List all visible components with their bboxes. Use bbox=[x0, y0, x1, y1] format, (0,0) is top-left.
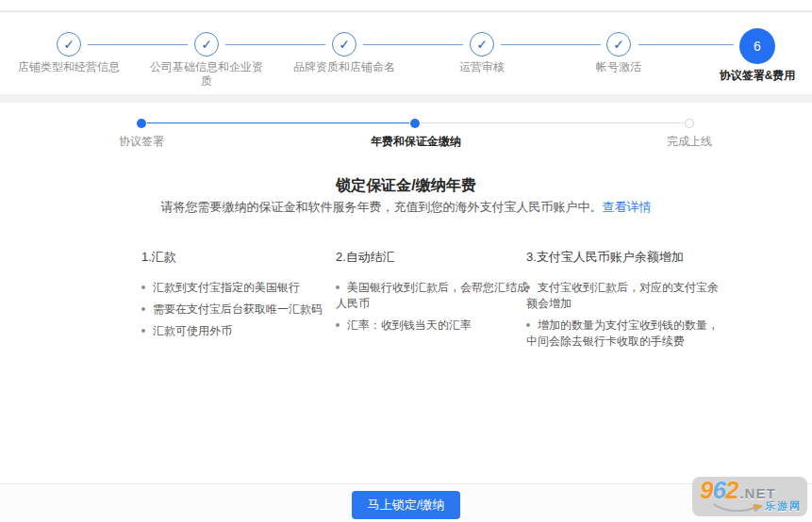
list-item: 汇款可使用外币 bbox=[141, 323, 330, 339]
balance-increase-column: 3.支付宝人民币账户余额增加 支付宝收到汇款后，对应的支付宝余额会增加 增加的数… bbox=[526, 249, 728, 355]
list-item-text: 汇款可使用外币 bbox=[153, 324, 232, 337]
column-heading: 2.自动结汇 bbox=[336, 249, 532, 266]
watermark-digit: 2 bbox=[725, 478, 737, 502]
watermark-digit: 9 bbox=[700, 478, 712, 502]
bullet-dot-icon bbox=[141, 307, 145, 311]
substep-3-label: 完成上线 bbox=[595, 134, 784, 150]
list-item-text: 美国银行收到汇款后，会帮您汇结成人民币 bbox=[336, 281, 528, 310]
step-2-label: 公司基础信息和企业资质 bbox=[148, 60, 265, 89]
list-item: 增加的数量为支付宝收到钱的数量，中间会除去银行卡收取的手续费 bbox=[526, 318, 728, 350]
substep-2-dot[interactable] bbox=[410, 119, 420, 128]
watermark-site-name: 乐游网 bbox=[765, 499, 802, 514]
list-item: 汇款到支付宝指定的美国银行 bbox=[141, 280, 330, 296]
list-item-text: 汇款到支付宝指定的美国银行 bbox=[153, 281, 300, 294]
lock-and-pay-button[interactable]: 马上锁定/缴纳 bbox=[352, 491, 461, 519]
step-connector bbox=[88, 44, 188, 45]
subtitle-text: 请将您需要缴纳的保证金和软件服务年费，充值到您的海外支付宝人民币账户中。 bbox=[161, 200, 603, 214]
step-connector bbox=[501, 44, 601, 45]
check-icon: ✓ bbox=[339, 38, 350, 51]
step-5-circle[interactable]: ✓ bbox=[606, 32, 631, 57]
list-item-text: 需要在支付宝后台获取唯一汇款码 bbox=[153, 302, 323, 316]
page-title: 锁定保证金/缴纳年费 bbox=[0, 176, 812, 196]
column-heading: 3.支付宝人民币账户余额增加 bbox=[526, 249, 728, 266]
list-item: 美国银行收到汇款后，会帮您汇结成人民币 bbox=[336, 280, 532, 312]
bullet-dot-icon bbox=[336, 323, 340, 327]
check-icon: ✓ bbox=[63, 38, 75, 51]
bullet-dot-icon bbox=[526, 285, 530, 289]
step-number: 6 bbox=[754, 39, 761, 54]
step-6-circle-current[interactable]: 6 bbox=[739, 28, 775, 64]
view-details-link[interactable]: 查看详情 bbox=[603, 200, 652, 214]
step-1-label: 店铺类型和经营信息 bbox=[10, 60, 127, 74]
bullet-dot-icon bbox=[141, 285, 145, 289]
step-connector bbox=[638, 44, 734, 45]
step-3-label: 品牌资质和店铺命名 bbox=[286, 60, 403, 74]
column-heading: 1.汇款 bbox=[141, 249, 330, 266]
top-divider bbox=[0, 10, 812, 12]
substep-3-dot[interactable] bbox=[685, 119, 694, 128]
list-item-text: 支付宝收到汇款后，对应的支付宝余额会增加 bbox=[526, 281, 719, 310]
step-6-label: 协议签署&费用 bbox=[699, 68, 812, 84]
check-icon: ✓ bbox=[476, 38, 488, 51]
watermark-digit: 6 bbox=[712, 478, 724, 502]
check-icon: ✓ bbox=[201, 38, 212, 51]
watermark-tld: .NET bbox=[739, 486, 775, 500]
remittance-column: 1.汇款 汇款到支付宝指定的美国银行 需要在支付宝后台获取唯一汇款码 汇款可使用… bbox=[141, 249, 330, 345]
step-connector bbox=[225, 44, 325, 45]
step-2-circle[interactable]: ✓ bbox=[194, 32, 219, 57]
step-4-label: 运营审核 bbox=[423, 60, 540, 74]
check-icon: ✓ bbox=[613, 38, 624, 51]
bullet-dot-icon bbox=[141, 329, 145, 333]
step-3-circle[interactable]: ✓ bbox=[332, 32, 356, 57]
substep-connector-pending bbox=[421, 122, 684, 123]
list-item: 支付宝收到汇款后，对应的支付宝余额会增加 bbox=[526, 280, 728, 312]
step-5-label: 帐号激活 bbox=[560, 60, 677, 74]
step-connector bbox=[363, 44, 463, 45]
list-item: 需要在支付宝后台获取唯一汇款码 bbox=[141, 302, 330, 318]
section-divider-band bbox=[0, 94, 812, 103]
list-item-text: 增加的数量为支付宝收到钱的数量，中间会除去银行卡收取的手续费 bbox=[526, 318, 719, 348]
watermark-subrow: 乐游网 bbox=[700, 499, 802, 514]
substep-connector-done bbox=[147, 122, 409, 123]
list-item-text: 汇率：收到钱当天的汇率 bbox=[347, 318, 472, 332]
step-4-circle[interactable]: ✓ bbox=[470, 32, 494, 57]
onboarding-page: ✓ ✓ ✓ ✓ ✓ 6 店铺类型和经营信息 公司基础信息和企业资质 品牌资质和店… bbox=[0, 0, 812, 522]
substep-1-dot[interactable] bbox=[137, 119, 146, 128]
footer-bar: 马上锁定/缴纳 bbox=[0, 483, 812, 522]
auto-settlement-column: 2.自动结汇 美国银行收到汇款后，会帮您汇结成人民币 汇率：收到钱当天的汇率 bbox=[336, 249, 532, 339]
bullet-dot-icon bbox=[336, 285, 340, 289]
list-item: 汇率：收到钱当天的汇率 bbox=[336, 318, 532, 334]
bullet-dot-icon bbox=[526, 323, 530, 327]
substep-1-label: 协议签署 bbox=[47, 134, 236, 150]
swoosh-arrow-icon bbox=[713, 502, 762, 512]
substep-2-label: 年费和保证金缴纳 bbox=[322, 134, 510, 150]
site-watermark: 9 6 2 .NET 乐游网 bbox=[692, 477, 807, 516]
step-1-circle[interactable]: ✓ bbox=[57, 32, 81, 57]
page-subtitle: 请将您需要缴纳的保证金和软件服务年费，充值到您的海外支付宝人民币账户中。查看详情 bbox=[0, 199, 812, 216]
